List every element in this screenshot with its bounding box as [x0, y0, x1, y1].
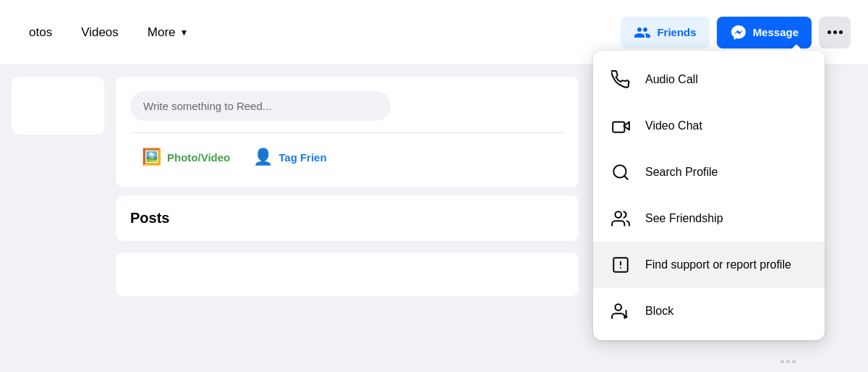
dots-icon: [827, 30, 843, 34]
nav-tab-photos[interactable]: otos: [17, 20, 64, 46]
center-content: Write something to Reed... 🖼️ Photo/Vide…: [116, 77, 579, 360]
audio-call-label: Audio Call: [645, 73, 698, 86]
videos-tab-label: Videos: [81, 25, 119, 39]
posts-section: Posts: [116, 195, 579, 241]
nav-actions: Friends Message: [621, 17, 851, 48]
svg-line-2: [624, 176, 628, 179]
video-chat-label: Video Chat: [645, 119, 702, 132]
svg-rect-0: [613, 122, 624, 132]
search-profile-label: Search Profile: [645, 166, 718, 179]
message-label: Message: [753, 26, 799, 38]
more-tab-label: More: [148, 25, 176, 40]
svg-point-9: [626, 316, 627, 318]
chevron-down-icon: ▼: [180, 28, 189, 38]
friends-label: Friends: [657, 26, 696, 38]
svg-point-7: [615, 304, 621, 310]
tag-friends-label: Tag Frien: [278, 151, 326, 164]
block-label: Block: [645, 305, 673, 318]
write-box: Write something to Reed... 🖼️ Photo/Vide…: [116, 77, 579, 187]
report-profile-label: Find support or report profile: [645, 258, 791, 271]
friendship-icon: [608, 206, 634, 232]
nav-tabs: otos Videos More ▼: [17, 20, 200, 46]
dropdown-menu: Audio Call Video Chat Search Profile: [593, 51, 825, 340]
dropdown-item-block[interactable]: Block: [593, 288, 825, 334]
dropdown-item-search-profile[interactable]: Search Profile: [593, 149, 825, 195]
dropdown-item-audio-call[interactable]: Audio Call: [593, 56, 825, 103]
left-sidebar: [0, 77, 116, 360]
write-placeholder: Write something to Reed...: [143, 100, 271, 112]
photos-tab-label: otos: [29, 25, 52, 39]
dropdown-item-report-profile[interactable]: Find support or report profile: [593, 242, 825, 288]
bottom-dots-area: [780, 360, 796, 363]
photo-icon: 🖼️: [142, 148, 161, 166]
report-icon: [608, 252, 634, 278]
search-icon: [608, 159, 634, 185]
posts-box-below: [116, 253, 579, 296]
video-icon: [608, 113, 634, 139]
messenger-icon: [730, 24, 747, 41]
posts-title: Posts: [130, 210, 169, 226]
phone-icon: [608, 67, 634, 93]
block-icon: [608, 298, 634, 324]
nav-tab-more[interactable]: More ▼: [136, 20, 200, 46]
write-actions-row: 🖼️ Photo/Video 👤 Tag Frien: [130, 132, 564, 172]
svg-point-3: [615, 211, 621, 218]
friends-icon: [634, 24, 651, 41]
see-friendship-label: See Friendship: [645, 212, 723, 225]
more-options-button[interactable]: [819, 17, 851, 48]
tag-icon: 👤: [253, 148, 273, 166]
nav-tab-videos[interactable]: Videos: [69, 20, 130, 46]
friends-button[interactable]: Friends: [621, 17, 709, 48]
photo-video-button[interactable]: 🖼️ Photo/Video: [130, 142, 242, 172]
sidebar-box-1: [12, 77, 104, 135]
tag-friends-button[interactable]: 👤 Tag Frien: [242, 142, 338, 172]
photo-video-label: Photo/Video: [167, 151, 230, 164]
write-input[interactable]: Write something to Reed...: [130, 91, 391, 121]
dropdown-item-see-friendship[interactable]: See Friendship: [593, 195, 825, 242]
write-input-row: Write something to Reed...: [130, 91, 564, 121]
dropdown-item-video-chat[interactable]: Video Chat: [593, 103, 825, 149]
message-button[interactable]: Message: [717, 17, 812, 48]
